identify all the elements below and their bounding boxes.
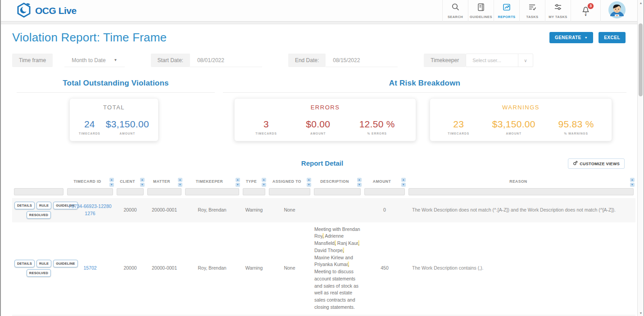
description-cell <box>312 315 363 316</box>
customize-views-button[interactable]: CUSTOMIZE VIEWS <box>568 158 625 169</box>
assigned-to-cell: None <box>267 222 312 315</box>
nav-item-guidelines[interactable]: GUIDELINES <box>468 0 494 22</box>
actions-cell: DETAILS RULE GUIDELINE RESOLVED <box>12 315 65 316</box>
timekeeper-label: Timekeeper <box>424 54 466 67</box>
filter-description-input[interactable] <box>314 188 361 195</box>
nav-item-reports[interactable]: REPORTS <box>494 0 519 22</box>
col-type[interactable]: TYPE▲▼ <box>241 176 267 186</box>
filter-reason-input[interactable] <box>408 188 634 195</box>
filter-timecard-input[interactable] <box>67 188 113 195</box>
scrollbar-thumb[interactable] <box>639 23 643 96</box>
main-nav: SEARCH GUIDELINES <box>442 0 633 22</box>
col-reason[interactable]: REASON▲▼ <box>407 176 635 186</box>
vertical-scrollbar[interactable]: ▲ ▼ <box>637 0 644 316</box>
nav-item-search[interactable]: SEARCH <box>442 0 468 22</box>
chevron-down-icon: ▼ <box>114 58 118 62</box>
reports-icon <box>502 3 511 14</box>
stat-amount: $3,150.00 AMOUNT <box>492 119 535 135</box>
col-client[interactable]: CLIENT▲▼ <box>115 176 145 186</box>
scroll-up-icon[interactable]: ▲ <box>638 1 644 5</box>
errors-card: ERRORS 3 TIMECARDS $0.00 AMOUNT 12.50 % … <box>234 98 416 141</box>
sort-buttons[interactable]: ▲▼ <box>307 178 311 187</box>
bell-caret-icon: ▼ <box>584 14 587 17</box>
filter-timekeeper-input[interactable] <box>185 188 239 195</box>
nav-item-my-tasks[interactable]: MY TASKS <box>545 0 571 22</box>
description-cell: Meeting with Brendan Roy, Adrienne Mansf… <box>312 222 363 315</box>
nav-item-tasks[interactable]: TASKS <box>519 0 545 22</box>
sort-buttons[interactable]: ▲▼ <box>236 178 240 187</box>
sort-buttons[interactable]: ▲▼ <box>630 178 635 187</box>
timekeeper-cell: Roy, Brendan <box>183 222 241 315</box>
total-card: TOTAL 24 TIMECARDS $3,150.00 AMOUNT <box>69 98 159 141</box>
my-tasks-icon <box>553 3 562 14</box>
actions-cell: DETAILS RULE GUIDELINE RESOLVED <box>12 222 65 315</box>
at-risk-title: At Risk Breakdown <box>223 79 626 88</box>
matter-cell: 20000-0001 <box>145 198 183 222</box>
sort-buttons[interactable]: ▲▼ <box>140 178 145 187</box>
sort-buttons[interactable]: ▲▼ <box>109 178 114 187</box>
sort-buttons[interactable]: ▲▼ <box>262 178 266 187</box>
time-frame-select[interactable]: Month to Date ▼ <box>64 54 124 67</box>
col-matter[interactable]: MATTER▲▼ <box>145 176 183 186</box>
col-description[interactable]: DESCRIPTION▲▼ <box>312 176 363 186</box>
details-button[interactable]: DETAILS <box>14 260 35 267</box>
stat-percent-warnings: 95.83 % % WARNINGS <box>558 119 594 135</box>
rule-button[interactable]: RULE <box>36 202 51 209</box>
brand-name: OCG Live <box>35 5 77 16</box>
description-cell <box>312 198 363 222</box>
start-date-input[interactable]: 08/01/2022 <box>190 54 262 67</box>
amount-cell: 0 <box>363 315 407 316</box>
brand-logo[interactable]: OCG Live <box>16 2 77 19</box>
col-timecard-id[interactable]: TIMECARD ID▲▼ <box>65 176 115 186</box>
filter-matter-input[interactable] <box>147 188 181 195</box>
col-assigned-to[interactable]: ASSIGNED TO▲▼ <box>267 176 312 186</box>
sort-buttons[interactable]: ▲▼ <box>401 178 406 187</box>
nav-label: MY TASKS <box>549 15 567 19</box>
sort-buttons[interactable]: ▲▼ <box>178 178 182 187</box>
page-title: Violation Report: Time Frame <box>12 31 167 45</box>
sort-buttons[interactable]: ▲▼ <box>357 178 362 187</box>
assigned-to-cell: None <box>267 198 312 222</box>
amount-cell: 450 <box>363 222 407 315</box>
resolved-button[interactable]: RESOLVED <box>27 269 51 277</box>
user-menu[interactable] <box>600 0 633 22</box>
table-row: DETAILS RULE GUIDELINE RESOLVED I-5734-6… <box>12 315 635 316</box>
app-window: OCG Live SEARCH GUID <box>0 0 644 316</box>
total-outstanding-title: Total Outstanding Violations <box>17 79 215 88</box>
client-cell: 20000 <box>115 198 145 222</box>
rule-button[interactable]: RULE <box>36 260 51 267</box>
ocg-logo-icon <box>16 2 32 19</box>
guidelines-icon <box>476 3 485 14</box>
type-cell: Warning <box>241 198 267 222</box>
report-table: TIMECARD ID▲▼ CLIENT▲▼ MATTER▲▼ TIMEKEEP… <box>12 176 635 316</box>
resolved-button[interactable]: RESOLVED <box>27 211 51 219</box>
timecard-id-link[interactable]: 15702 <box>83 265 96 271</box>
timecard-id-link[interactable]: I-5734-66923-122801276 <box>68 203 111 216</box>
table-row: DETAILS RULE GUIDELINE RESOLVED 15702 20… <box>12 222 635 315</box>
filter-type-input[interactable] <box>243 188 265 195</box>
excel-button[interactable]: EXCEL <box>599 32 626 43</box>
filter-assigned-input[interactable] <box>269 188 310 195</box>
end-date-input[interactable]: 08/15/2022 <box>326 54 398 67</box>
col-amount[interactable]: AMOUNT▲▼ <box>363 176 407 186</box>
filter-client-input[interactable] <box>117 188 144 195</box>
nav-label: TASKS <box>526 15 539 19</box>
customize-icon <box>573 161 578 167</box>
col-timekeeper[interactable]: TIMEKEEPER▲▼ <box>183 176 241 186</box>
search-icon <box>451 3 460 14</box>
notifications-button[interactable]: ▼ 3 <box>571 0 600 22</box>
guideline-button[interactable]: GUIDELINE <box>53 260 78 267</box>
warnings-card-title: WARNINGS <box>430 104 612 111</box>
timekeeper-select[interactable]: Select user... ∨ <box>466 54 533 67</box>
table-row: DETAILS RULE GUIDELINE RESOLVED I-5734-6… <box>12 198 635 222</box>
timekeeper-cell: Roy, Brendan <box>183 198 241 222</box>
generate-button[interactable]: GENERATE ▼ <box>549 32 593 43</box>
stat-timecards: 23 TIMECARDS <box>448 119 469 135</box>
scroll-down-icon[interactable]: ▼ <box>638 311 644 315</box>
actions-cell: DETAILS RULE GUIDELINE RESOLVED <box>12 198 65 222</box>
actions-column-header <box>12 176 65 186</box>
filter-actions-input[interactable] <box>14 188 63 195</box>
details-button[interactable]: DETAILS <box>14 202 35 209</box>
stat-percent-errors: 12.50 % % ERRORS <box>359 119 395 135</box>
filter-amount-input[interactable] <box>364 188 405 195</box>
